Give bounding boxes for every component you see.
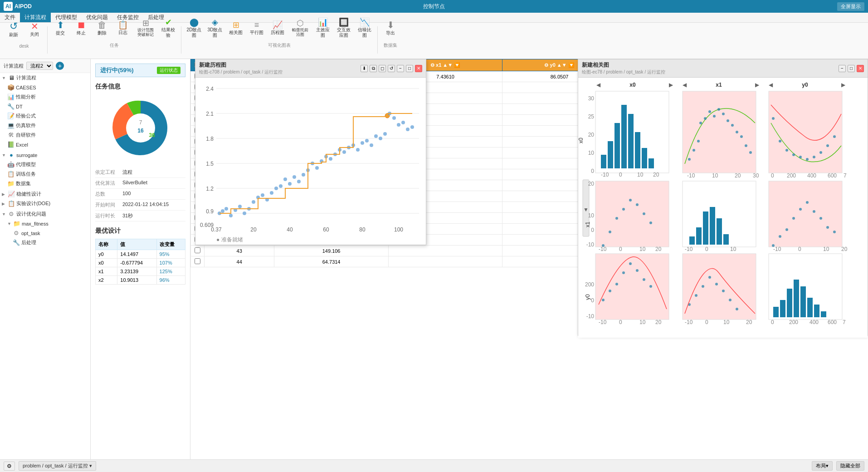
- svg-rect-207: [787, 289, 792, 317]
- log-button[interactable]: 📋 日志: [113, 15, 133, 41]
- design-space-button[interactable]: ⊞ 设计范围突破标记: [134, 15, 157, 41]
- settings-button[interactable]: ⚙: [4, 462, 15, 471]
- svg-point-117: [792, 153, 795, 156]
- sidebar-item-post-process[interactable]: 🔧 后处理: [11, 238, 90, 247]
- svg-text:30: 30: [588, 95, 595, 102]
- flow-select[interactable]: 流程2: [26, 62, 53, 70]
- data-table-wrapper[interactable]: ⊖ 编号 ⊖ x0 ▲▼ 🔽 ⊖ x1 ▲▼ 🔽 ⊖ y0 ▲▼ 🔽 ⊖ y2 …: [190, 59, 868, 459]
- statusbar-right: 布局▾ 隐藏全部: [812, 461, 864, 471]
- history-minimize-btn[interactable]: −: [397, 65, 404, 72]
- sidebar-item-surrogate[interactable]: ▼ ● surrogate: [0, 150, 90, 160]
- history-close-btn[interactable]: ✕: [415, 65, 422, 72]
- svg-point-39: [302, 173, 305, 177]
- sidebar-item-self-dev[interactable]: 🛠 自研软件: [5, 130, 90, 140]
- export-button[interactable]: ⬇ 导出: [380, 15, 400, 41]
- svg-point-56: [379, 137, 382, 140]
- sidebar-item-doe[interactable]: ▶ 📋 实验设计(DOE): [0, 199, 90, 208]
- scatter2d-button[interactable]: ⬤ 2D散点图: [184, 15, 204, 41]
- history-maximize-btn[interactable]: □: [406, 65, 413, 72]
- sidebar-item-train[interactable]: 📋 训练任务: [5, 169, 90, 179]
- close-label: 关闭: [30, 32, 39, 37]
- svg-point-37: [293, 175, 296, 179]
- sidebar-item-formula[interactable]: 📝 经验公式: [5, 111, 90, 121]
- svg-point-122: [826, 144, 829, 147]
- sidebar-item-perf[interactable]: 📊 性能分析: [5, 92, 90, 102]
- doe-icon: 📋: [8, 200, 15, 207]
- corr-maximize-btn[interactable]: □: [848, 65, 855, 72]
- history-button[interactable]: 📈 历程图: [268, 15, 288, 41]
- svg-point-169: [833, 231, 836, 233]
- delete-button[interactable]: 🗑 删除: [92, 15, 112, 41]
- corr-titlebar[interactable]: 新建相关图 绘图-ec78 / problem / opt_task / 运行监…: [578, 59, 868, 78]
- svg-text:2.4: 2.4: [206, 86, 214, 92]
- sidebar-item-calc-flow[interactable]: ▼ 🖥 计算流程: [0, 73, 90, 83]
- task-info-panel: 进行中(59%) 运行状态 任务信息 7 16 36 依定工程 流: [91, 59, 190, 459]
- design-space-icon: ⊞: [142, 19, 149, 27]
- pareto-button[interactable]: ⬡ 帕蕾托前沿图: [288, 15, 312, 41]
- corr-minimize-btn[interactable]: −: [839, 65, 846, 72]
- history-titlebar[interactable]: 新建历程图 绘图-c708 / problem / opt_task / 运行监…: [195, 59, 426, 78]
- sidebar-item-max-fitness[interactable]: ▼ 📁 max_fitness: [5, 219, 90, 228]
- close-button[interactable]: ✕ 关闭: [24, 16, 44, 43]
- history-refresh-btn[interactable]: ↺: [388, 65, 395, 72]
- sidebar-item-proxy-model[interactable]: 🤖 代理模型: [5, 160, 90, 169]
- scatter3d-button[interactable]: ◈ 3D散点图: [205, 15, 225, 41]
- svg-point-104: [731, 124, 734, 127]
- statusbar-path[interactable]: problem / opt_task / 运行监控 ▾: [19, 461, 96, 471]
- svg-rect-132: [595, 181, 669, 247]
- sidebar-item-caeses[interactable]: 📦 CAESES: [5, 83, 90, 92]
- svg-point-48: [342, 150, 346, 154]
- surrogate-icon: ●: [8, 152, 15, 158]
- refresh-button[interactable]: ↺ 刷新: [4, 16, 24, 43]
- svg-text:20: 20: [250, 226, 257, 233]
- svg-point-97: [699, 122, 702, 124]
- svg-text:20: 20: [653, 172, 659, 178]
- info-row-4: 运行时长 31秒: [95, 211, 185, 221]
- main-effect-button[interactable]: 📊 主效应图: [313, 15, 333, 41]
- noise-ratio-button[interactable]: 📉 信噪比图: [355, 15, 375, 41]
- svg-text:0.37: 0.37: [211, 226, 222, 233]
- svg-text:600: 600: [828, 172, 837, 179]
- check-result-button[interactable]: ✔ 结果校验: [158, 15, 178, 41]
- svg-text:600: 600: [828, 319, 837, 325]
- history-pin-btn[interactable]: ◻: [379, 65, 386, 72]
- history-layout-btn[interactable]: ⧉: [370, 65, 377, 72]
- hide-all-button[interactable]: 隐藏全部: [836, 461, 864, 471]
- main-data-area: ⊖ 编号 ⊖ x0 ▲▼ 🔽 ⊖ x1 ▲▼ 🔽 ⊖ y0 ▲▼ 🔽 ⊖ y2 …: [190, 59, 868, 459]
- sidebar-item-dataset[interactable]: 📁 数据集: [5, 179, 90, 188]
- row-checkbox[interactable]: [195, 247, 200, 253]
- sidebar-item-sim[interactable]: 💻 仿真软件: [5, 121, 90, 130]
- svg-text:7: 7: [844, 172, 847, 179]
- submit-button[interactable]: ⬆ 提交: [50, 15, 70, 41]
- svg-point-61: [397, 123, 400, 127]
- sidebar-item-sensitivity[interactable]: ▶ 📈 稳健性设计: [0, 189, 90, 199]
- add-flow-button[interactable]: +: [56, 62, 64, 70]
- svg-rect-206: [780, 300, 785, 317]
- svg-rect-209: [800, 286, 806, 317]
- svg-point-107: [745, 144, 747, 147]
- sensitivity-arrow: ▶: [2, 192, 6, 197]
- sidebar-item-design-opt[interactable]: ▼ ⚙ 设计优化问题: [0, 209, 90, 219]
- svg-text:20: 20: [735, 172, 741, 179]
- svg-rect-208: [794, 280, 799, 317]
- history-download-btn[interactable]: ⬇: [361, 65, 368, 72]
- parallel-button[interactable]: ≡ 平行图: [247, 15, 267, 41]
- svg-rect-82: [642, 148, 647, 168]
- corr-close-btn[interactable]: ✕: [857, 65, 864, 72]
- svg-point-139: [643, 212, 645, 215]
- sidebar: 计算流程 流程2 + ▼ 🖥 计算流程 📦 CAESES 📊 性能分析 🔧 DT…: [0, 59, 91, 459]
- fullscreen-button[interactable]: 全屏显示: [837, 2, 864, 11]
- svg-point-196: [715, 283, 718, 285]
- sidebar-item-dt[interactable]: 🔧 DT: [5, 102, 90, 111]
- sidebar-item-excel[interactable]: 📗 Excel: [5, 140, 90, 149]
- corr-button[interactable]: ⊞ 相关图: [226, 15, 246, 41]
- svg-text:-10: -10: [685, 246, 693, 252]
- sidebar-item-opt-task[interactable]: ⚙ opt_task: [11, 228, 90, 238]
- row-checkbox[interactable]: [195, 258, 200, 264]
- svg-point-53: [365, 139, 369, 143]
- svg-text:-10: -10: [687, 172, 695, 179]
- interact-effect-button[interactable]: 🔲 交互效应图: [334, 15, 354, 41]
- stop-button[interactable]: ⏹ 终止: [71, 15, 91, 41]
- post-process-icon: 🔧: [13, 239, 20, 246]
- layout-button[interactable]: 布局▾: [812, 461, 833, 471]
